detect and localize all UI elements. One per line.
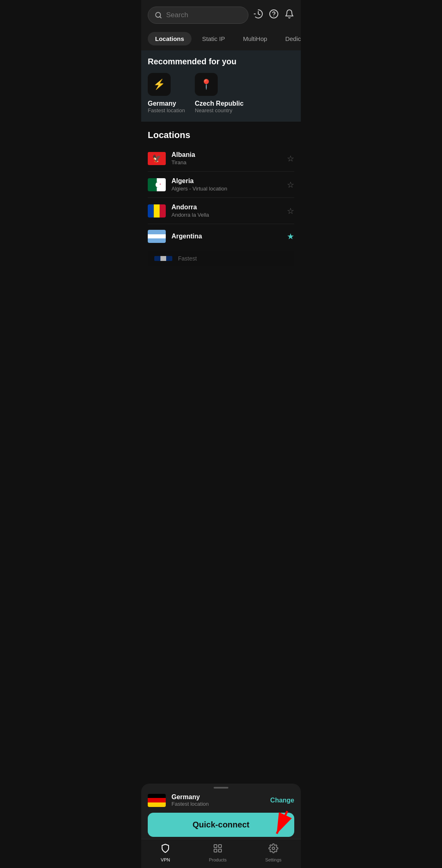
svg-text:🦅: 🦅 xyxy=(152,154,162,163)
albania-info: Albania Tirana xyxy=(171,151,287,165)
albania-star[interactable]: ☆ xyxy=(287,154,294,163)
list-item[interactable]: Andorra Andorra la Vella ☆ xyxy=(148,198,294,224)
header xyxy=(141,0,301,29)
search-input[interactable] xyxy=(166,11,241,19)
nearest-icon: 📍 xyxy=(195,73,218,96)
recommended-title: Recommended for you xyxy=(148,57,294,66)
list-item[interactable]: 🦅 Albania Tirana ☆ xyxy=(148,145,294,172)
svg-point-10 xyxy=(156,182,161,188)
header-icons xyxy=(253,9,294,21)
list-item[interactable]: Algeria Algiers - Virtual location ☆ xyxy=(148,172,294,198)
algeria-star[interactable]: ☆ xyxy=(287,180,294,190)
recommended-section: Recommended for you ⚡ Germany Fastest lo… xyxy=(141,50,301,122)
tabs: Locations Static IP MultiHop Dedicated xyxy=(141,29,301,50)
andorra-name: Andorra xyxy=(171,204,287,211)
tab-static-ip[interactable]: Static IP xyxy=(195,32,232,45)
partial-row-area: Fastest xyxy=(141,249,301,299)
andorra-info: Andorra Andorra la Vella xyxy=(171,204,287,218)
rec-czech-sub: Nearest country xyxy=(195,107,232,113)
svg-rect-12 xyxy=(148,204,154,218)
tab-multihop[interactable]: MultiHop xyxy=(236,32,275,45)
albania-name: Albania xyxy=(171,151,287,159)
argentina-name: Argentina xyxy=(171,233,287,240)
fastest-icon: ⚡ xyxy=(148,73,171,96)
partial-flag xyxy=(154,256,172,261)
tab-dedicated[interactable]: Dedicated xyxy=(278,32,301,45)
argentina-star[interactable]: ★ xyxy=(287,231,294,241)
rec-czech-name: Czech Republic xyxy=(195,100,244,107)
search-icon xyxy=(155,11,162,19)
partial-item: Fastest xyxy=(148,251,294,266)
recommended-cards: ⚡ Germany Fastest location 📍 Czech Repub… xyxy=(148,73,294,113)
flag-argentina xyxy=(148,230,166,243)
flag-algeria xyxy=(148,178,166,191)
locations-section: Locations 🦅 Albania Tirana ☆ Algeri xyxy=(141,122,301,249)
argentina-info: Argentina xyxy=(171,233,287,240)
svg-rect-13 xyxy=(154,204,160,218)
rec-card-germany[interactable]: ⚡ Germany Fastest location xyxy=(148,73,185,113)
flag-andorra xyxy=(148,204,166,218)
flag-albania: 🦅 xyxy=(148,152,166,165)
speed-icon[interactable] xyxy=(253,9,263,21)
help-icon[interactable] xyxy=(269,9,279,21)
andorra-sub: Andorra la Vella xyxy=(171,212,287,218)
bell-icon[interactable] xyxy=(284,9,294,21)
locations-heading: Locations xyxy=(148,130,294,141)
rec-germany-name: Germany xyxy=(148,100,176,107)
rec-germany-sub: Fastest location xyxy=(148,107,185,113)
algeria-info: Algeria Algiers - Virtual location xyxy=(171,177,287,192)
list-item[interactable]: Argentina ★ xyxy=(148,224,294,249)
algeria-name: Algeria xyxy=(171,177,287,185)
tab-locations[interactable]: Locations xyxy=(148,32,192,45)
algeria-sub: Algiers - Virtual location xyxy=(171,186,287,192)
svg-rect-14 xyxy=(160,204,166,218)
rec-card-czech[interactable]: 📍 Czech Republic Nearest country xyxy=(195,73,244,113)
svg-line-1 xyxy=(160,16,161,18)
albania-sub: Tirana xyxy=(171,159,287,165)
andorra-star[interactable]: ☆ xyxy=(287,206,294,216)
search-bar[interactable] xyxy=(148,7,248,24)
partial-text: Fastest xyxy=(178,255,197,262)
